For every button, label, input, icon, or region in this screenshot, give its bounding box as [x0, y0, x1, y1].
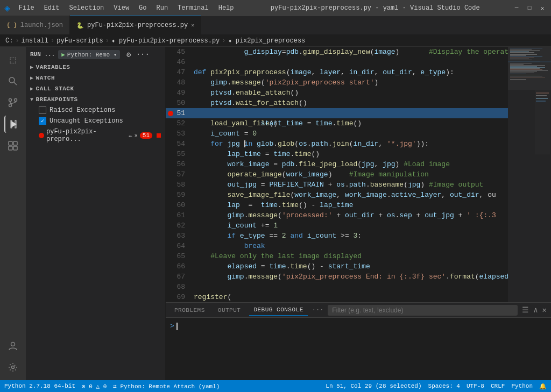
activity-run-debug-icon[interactable] — [4, 116, 22, 133]
code-cell-59[interactable]: save_image_file(work_image, work_image.a… — [192, 190, 508, 200]
code-editor[interactable]: 45 g_display=pdb.gimp_display_new(image)… — [166, 47, 508, 302]
status-cursor-position[interactable]: Ln 51, Col 29 (28 selected) — [326, 383, 421, 389]
code-cell-65[interactable]: #Leave only the last image displayed — [192, 251, 508, 261]
breakpoint-active-indicator — [157, 133, 161, 138]
code-cell-48[interactable]: gimp.message('pix2pix_preprocess start') — [192, 77, 508, 88]
breadcrumb-file[interactable]: ⬧ pyFu-pix2pix-preprocess.py — [111, 37, 220, 45]
code-cell-50[interactable]: ptvsd.wait_for_attach() — [192, 98, 508, 108]
code-row-62: 62 i_count += 1 — [166, 220, 508, 231]
section-variables[interactable]: ▶ VARIABLES — [26, 62, 165, 73]
menu-terminal[interactable]: Terminal — [173, 3, 213, 13]
breakpoint-dot-icon — [39, 133, 44, 138]
code-cell-46[interactable] — [192, 57, 508, 67]
close-icon[interactable]: ✕ — [135, 132, 138, 139]
minimize-button[interactable]: ─ — [512, 4, 521, 12]
tab-preprocess-py[interactable]: 🐍 pyFu-pix2pix-preprocess.py ✕ — [70, 16, 201, 34]
breakpoint-file-item[interactable]: pyFu-pix2pix-prepro... ✏ ✕ 51 — [34, 126, 165, 145]
svg-point-0 — [9, 77, 15, 83]
menu-edit[interactable]: Edit — [40, 3, 64, 13]
line-num-47: 47 — [166, 67, 192, 77]
section-watch[interactable]: ▶ WATCH — [26, 73, 165, 83]
panel-tab-debug-console[interactable]: DEBUG CONSOLE — [249, 304, 307, 316]
status-line-ending[interactable]: CRLF — [491, 383, 505, 389]
close-button[interactable]: ✕ — [538, 4, 547, 12]
breakpoint-raised-exceptions[interactable]: Raised Exceptions — [34, 105, 165, 116]
code-row-50: 50 ptvsd.wait_for_attach() — [166, 98, 508, 108]
status-remote-attach[interactable]: ⇄ Python: Remote Attach (yaml) — [113, 383, 220, 390]
line-num-56: 56 — [166, 159, 192, 169]
tab-bar: { } launch.json 🐍 pyFu-pix2pix-preproces… — [0, 16, 551, 35]
activity-explorer-icon[interactable]: ⬚ — [4, 51, 22, 68]
raised-exceptions-checkbox[interactable] — [39, 106, 46, 114]
activity-search-icon[interactable] — [4, 73, 22, 90]
panel-filter-input[interactable] — [328, 305, 518, 316]
debug-console-prompt[interactable]: > — [170, 320, 547, 332]
panel-more-icon[interactable]: ··· — [312, 307, 324, 314]
code-cell-58[interactable]: out_jpg = PREFIEX_TRAIN + os.path.basena… — [192, 180, 508, 190]
panel-tab-output[interactable]: OUTPUT — [214, 305, 245, 316]
breadcrumb-function[interactable]: ⬧ pix2pix_preprocess — [228, 37, 306, 45]
svg-point-13 — [12, 366, 15, 369]
menu-view[interactable]: View — [109, 3, 133, 13]
code-cell-57[interactable]: operate_image(work_image) #Image manipul… — [192, 169, 508, 180]
code-cell-63[interactable]: if e_type == 2 and i_count >= 3: — [192, 231, 508, 241]
menu-go[interactable]: Go — [135, 3, 151, 13]
code-row-64: 64 break — [166, 241, 508, 251]
code-cell-56[interactable]: work_image = pdb.file_jpeg_load(jpg, jpg… — [192, 159, 508, 169]
breakpoint-uncaught-exceptions[interactable]: ✓ Uncaught Exceptions — [34, 116, 165, 126]
code-cell-67[interactable]: gimp.message('pix2pix_preprocess End: in… — [192, 272, 508, 282]
code-cell-45[interactable]: g_display=pdb.gimp_display_new(image) #D… — [192, 47, 508, 57]
status-encoding[interactable]: UTF-8 — [467, 383, 484, 389]
activity-source-control-icon[interactable] — [4, 94, 22, 111]
sidebar-gear-icon[interactable]: ⚙ — [123, 49, 134, 60]
vscode-icon: ◈ — [4, 2, 10, 14]
menu-file[interactable]: File — [15, 3, 39, 13]
status-errors-warnings[interactable]: ⊗ 0 △ 0 — [82, 383, 107, 390]
panel-tab-problems[interactable]: PROBLEMS — [170, 305, 209, 316]
json-file-icon: { } — [6, 22, 17, 28]
panel-content: > — [166, 318, 551, 380]
section-breakpoints[interactable]: ▼ BREAKPOINTS — [26, 94, 165, 105]
section-call-stack[interactable]: ▶ CALL STACK — [26, 83, 165, 94]
code-cell-47[interactable]: def pix2pix_preprocess(image, layer, in_… — [192, 67, 508, 77]
code-cell-64[interactable]: break — [192, 241, 508, 251]
status-language-mode[interactable]: Python — [511, 383, 533, 389]
status-spaces[interactable]: Spaces: 4 — [428, 383, 460, 389]
svg-rect-9 — [13, 141, 17, 145]
tab-launch-json[interactable]: { } launch.json — [0, 16, 70, 34]
menu-run[interactable]: Run — [152, 3, 173, 13]
line-num-53: 53 — [166, 129, 192, 139]
status-notifications-icon[interactable]: 🔔 — [539, 383, 547, 390]
status-python-version[interactable]: Python 2.7.18 64-bit — [4, 383, 75, 389]
code-cell-61[interactable]: gimp.message('processed:' + out_dir + os… — [192, 210, 508, 220]
activity-extensions-icon[interactable] — [4, 137, 22, 154]
edit-icon[interactable]: ✏ — [129, 132, 132, 139]
window-title: pyFu-pix2pix-preprocess.py - yaml - Visu… — [243, 4, 508, 12]
menu-selection[interactable]: Selection — [65, 3, 108, 13]
code-cell-51[interactable]: start_time = time.time() — [192, 108, 508, 118]
panel-close-icon[interactable]: ✕ — [542, 305, 547, 315]
breadcrumb-install[interactable]: install — [22, 37, 48, 45]
panel-list-icon[interactable]: ☰ — [522, 305, 529, 315]
code-cell-68[interactable] — [192, 282, 508, 292]
activity-settings-icon[interactable] — [4, 359, 22, 376]
code-cell-66[interactable]: elapsed = time.time() - start_time — [192, 261, 508, 272]
tab-close-icon[interactable]: ✕ — [191, 22, 194, 28]
maximize-button[interactable]: □ — [525, 4, 534, 12]
breadcrumb-drive[interactable]: C: — [5, 37, 13, 45]
run-dropdown[interactable]: ▶ Python: Remo ▾ — [58, 50, 120, 59]
panel-icons: ☰ ∧ ✕ — [522, 305, 547, 315]
svg-rect-43 — [535, 90, 550, 154]
menu-help[interactable]: Help — [214, 3, 238, 13]
sidebar-more-icon[interactable]: ··· — [137, 49, 148, 60]
code-cell-60[interactable]: lap = time.time() - lap_time — [192, 200, 508, 210]
code-cell-55[interactable]: lap_time = time.time() — [192, 149, 508, 159]
uncaught-exceptions-checkbox[interactable]: ✓ — [39, 117, 46, 125]
activity-accounts-icon[interactable] — [4, 337, 22, 354]
line-num-60: 60 — [166, 200, 192, 210]
code-cell-49[interactable]: ptvsd.enable_attach() — [192, 88, 508, 98]
code-cell-62[interactable]: i_count += 1 — [192, 220, 508, 231]
breadcrumb-scripts[interactable]: pyFu-scripts — [56, 37, 103, 45]
code-cell-69[interactable]: register( — [192, 292, 508, 302]
panel-chevron-up-icon[interactable]: ∧ — [533, 305, 538, 315]
